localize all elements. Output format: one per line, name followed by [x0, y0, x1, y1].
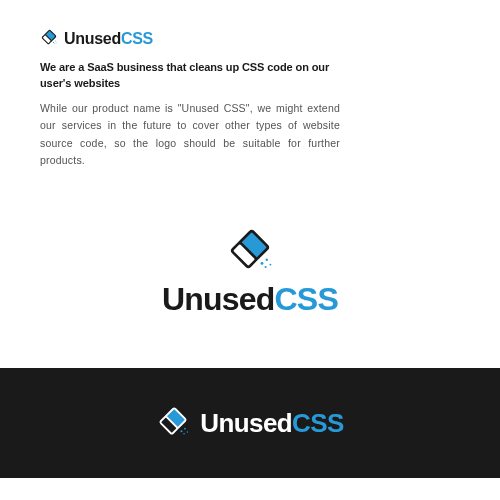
- svg-point-9: [266, 259, 268, 261]
- brand-second: CSS: [121, 30, 153, 47]
- svg-point-2: [53, 42, 54, 43]
- description-panel: UnusedCSS We are a SaaS business that cl…: [0, 0, 380, 197]
- eraser-icon: [40, 28, 58, 50]
- svg-point-10: [265, 266, 267, 268]
- headline-text: We are a SaaS business that cleans up CS…: [40, 60, 340, 92]
- eraser-icon: [226, 225, 274, 277]
- brand-second: CSS: [275, 281, 338, 317]
- body-text: While our product name is "Unused CSS", …: [40, 100, 340, 169]
- svg-point-5: [56, 42, 57, 43]
- eraser-icon: [156, 404, 190, 442]
- brand-first: Unused: [64, 30, 121, 47]
- svg-point-4: [54, 43, 55, 44]
- svg-point-3: [55, 41, 56, 42]
- svg-point-15: [184, 428, 186, 430]
- logo-showcase-light: UnusedCSS: [0, 197, 500, 368]
- brand-text-large: UnusedCSS: [162, 281, 338, 318]
- small-logo: UnusedCSS: [40, 28, 340, 50]
- svg-point-14: [181, 430, 183, 432]
- brand-first: Unused: [200, 408, 292, 438]
- brand-first: Unused: [162, 281, 275, 317]
- svg-point-16: [184, 433, 186, 435]
- large-logo: UnusedCSS: [162, 225, 338, 318]
- logo-showcase-dark: UnusedCSS: [0, 368, 500, 478]
- svg-point-11: [269, 264, 271, 266]
- brand-second: CSS: [292, 408, 344, 438]
- svg-point-17: [187, 431, 188, 432]
- svg-point-8: [261, 262, 264, 265]
- brand-text-small: UnusedCSS: [64, 30, 153, 48]
- brand-text-bottom: UnusedCSS: [200, 408, 343, 439]
